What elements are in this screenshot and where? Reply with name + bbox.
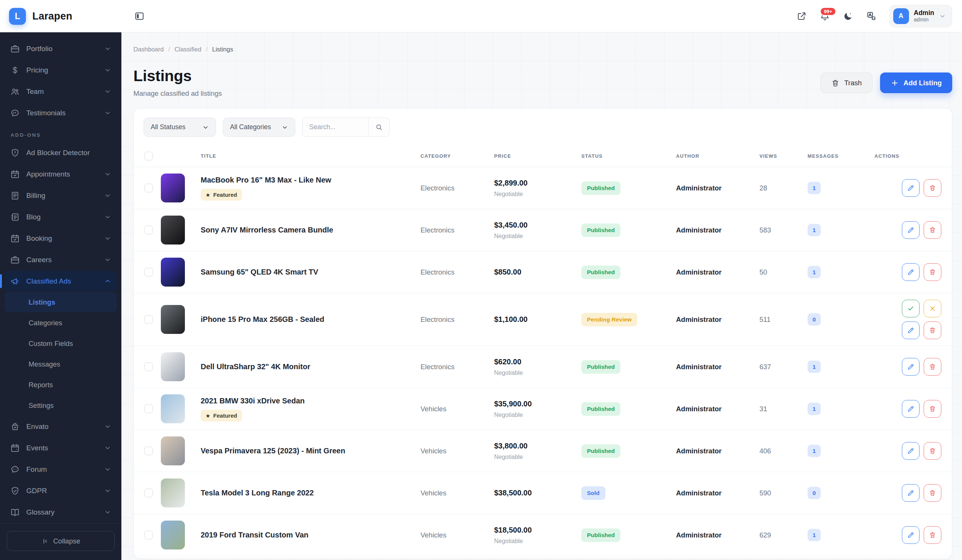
status-badge: Published: [581, 444, 620, 458]
user-menu[interactable]: A Admin admin: [889, 5, 952, 27]
delete-button[interactable]: [924, 322, 941, 339]
price-cell: $18,500.00: [494, 526, 581, 534]
sidebar-item-envato[interactable]: Envato: [5, 416, 117, 437]
row-checkbox[interactable]: [144, 183, 153, 192]
blog-icon: [10, 212, 20, 222]
search-icon[interactable]: [368, 118, 389, 136]
delete-button[interactable]: [924, 179, 941, 197]
notifications-bell-icon[interactable]: 99+: [820, 11, 830, 21]
sidebar-item-booking[interactable]: Booking: [5, 228, 117, 249]
delete-button[interactable]: [924, 442, 941, 460]
sidebar-item-blog[interactable]: Blog: [5, 207, 117, 227]
sidebar-item-forum[interactable]: Forum: [5, 459, 117, 480]
delete-button[interactable]: [924, 526, 941, 544]
sidebar-subitem-settings[interactable]: Settings: [5, 396, 117, 415]
forum-icon: [10, 465, 20, 475]
row-checkbox[interactable]: [144, 268, 153, 277]
sidebar-item-glossary[interactable]: Glossary: [5, 502, 117, 523]
edit-button[interactable]: [902, 526, 920, 544]
listing-title: Samsung 65" QLED 4K Smart TV: [201, 267, 412, 277]
billing-icon: [10, 191, 20, 201]
edit-button[interactable]: [902, 400, 920, 418]
breadcrumb-classified[interactable]: Classified: [174, 46, 202, 53]
edit-button[interactable]: [902, 442, 920, 460]
messages-badge: 1: [807, 224, 821, 236]
row-checkbox[interactable]: [144, 226, 153, 234]
table-row: Dell UltraSharp 32" 4K Monitor Electroni…: [134, 346, 952, 388]
collapse-sidebar-button[interactable]: Collapse: [7, 531, 115, 551]
listing-thumbnail: [161, 257, 185, 286]
delete-button[interactable]: [924, 358, 941, 376]
sidebar-item-testimonials[interactable]: Testimonials: [5, 103, 117, 123]
sidebar-subitem-messages[interactable]: Messages: [5, 354, 117, 374]
negotiable-label: Negotiable: [494, 412, 581, 418]
row-checkbox[interactable]: [144, 447, 153, 455]
category-filter-select[interactable]: All Categories: [223, 117, 295, 137]
listing-thumbnail: [161, 352, 185, 381]
sidebar-item-pricing[interactable]: Pricing: [5, 60, 117, 80]
status-filter-value: All Statuses: [151, 123, 185, 131]
sidebar-item-billing[interactable]: Billing: [5, 185, 117, 206]
sidebar-item-label: Classified Ads: [26, 277, 71, 285]
sidebar-item-ad-blocker-detector[interactable]: Ad Blocker Detector: [5, 142, 117, 163]
chevron-down-icon: [104, 444, 111, 451]
approve-button[interactable]: [902, 300, 920, 317]
sidebar-item-classified-ads[interactable]: Classified Ads: [5, 271, 117, 291]
delete-button[interactable]: [924, 484, 941, 502]
edit-button[interactable]: [902, 322, 920, 339]
dark-mode-moon-icon[interactable]: [843, 11, 854, 21]
external-link-icon[interactable]: [796, 11, 807, 21]
sidebar-subitem-categories[interactable]: Categories: [5, 313, 117, 333]
sidebar-item-label: Pricing: [26, 66, 48, 74]
status-filter-select[interactable]: All Statuses: [144, 117, 216, 137]
sidebar-subitem-custom-fields[interactable]: Custom Fields: [5, 333, 117, 353]
language-translate-icon[interactable]: [866, 11, 877, 21]
chevron-down-icon: [939, 13, 946, 19]
chevron-down-icon: [104, 466, 111, 473]
sidebar-item-gdpr[interactable]: GDPR: [5, 480, 117, 501]
sidebar-toggle-icon[interactable]: [134, 11, 145, 21]
status-badge: Published: [581, 402, 620, 416]
reject-button[interactable]: [924, 300, 941, 317]
edit-button[interactable]: [902, 358, 920, 376]
chevron-down-icon: [104, 213, 111, 220]
table-header-row: Title Category Price Status Author Views…: [134, 145, 952, 167]
edit-button[interactable]: [902, 179, 920, 197]
edit-button[interactable]: [902, 221, 920, 239]
edit-button[interactable]: [902, 263, 920, 281]
trash-button[interactable]: Trash: [820, 72, 873, 93]
sidebar-item-label: Events: [26, 444, 48, 452]
price-cell: $35,900.00: [494, 400, 581, 408]
negotiable-label: Negotiable: [494, 191, 581, 198]
sidebar-item-portfolio[interactable]: Portfolio: [5, 38, 117, 59]
edit-button[interactable]: [902, 484, 920, 502]
featured-badge: ★Featured: [201, 410, 242, 422]
page-title: Listings: [133, 67, 222, 85]
messages-badge: 1: [807, 266, 821, 278]
add-listing-button[interactable]: Add Listing: [880, 72, 952, 93]
select-all-checkbox[interactable]: [144, 152, 153, 160]
breadcrumb-dashboard[interactable]: Dashboard: [133, 46, 164, 53]
category-cell: Electronics: [421, 268, 454, 276]
row-checkbox[interactable]: [144, 362, 153, 371]
sidebar-subitem-label: Settings: [29, 402, 54, 410]
page-subtitle: Manage classified ad listings: [133, 89, 222, 98]
sidebar-item-appointments[interactable]: Appointments: [5, 164, 117, 184]
sidebar-item-events[interactable]: Events: [5, 438, 117, 458]
status-badge: Sold: [581, 486, 605, 500]
row-checkbox[interactable]: [144, 489, 153, 497]
author-cell: Administrator: [676, 447, 722, 455]
row-checkbox[interactable]: [144, 315, 153, 324]
delete-button[interactable]: [924, 221, 941, 239]
sidebar-subitem-listings[interactable]: Listings: [5, 292, 117, 312]
row-checkbox[interactable]: [144, 404, 153, 413]
search-input[interactable]: [302, 118, 368, 136]
delete-button[interactable]: [924, 263, 941, 281]
sidebar-subitem-reports[interactable]: Reports: [5, 375, 117, 395]
delete-button[interactable]: [924, 400, 941, 418]
messages-badge: 1: [807, 182, 821, 194]
row-checkbox[interactable]: [144, 531, 153, 539]
table-row: iPhone 15 Pro Max 256GB - Sealed Electro…: [134, 293, 952, 346]
sidebar-item-team[interactable]: Team: [5, 81, 117, 102]
sidebar-item-careers[interactable]: Careers: [5, 249, 117, 270]
